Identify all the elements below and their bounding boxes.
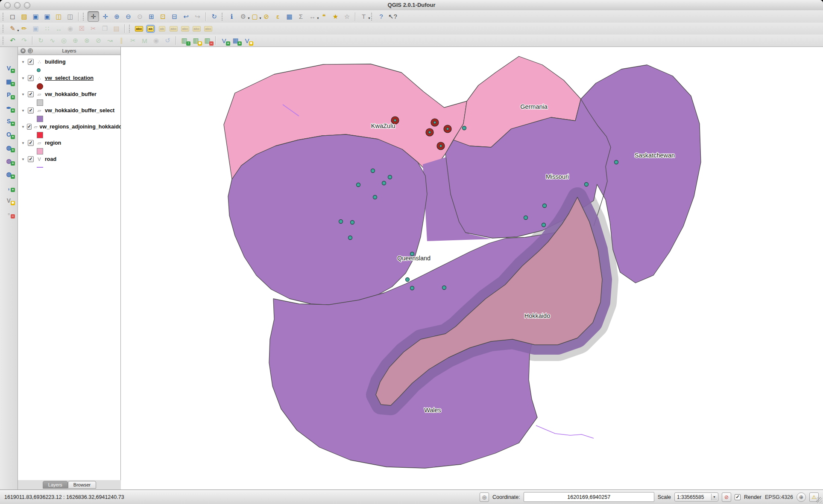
layer-name[interactable]: vw_select_location [45, 75, 94, 81]
layer-expand-icon[interactable]: ▼ [21, 157, 26, 161]
add-oracle-layer-icon[interactable]: O+ [3, 129, 14, 139]
layer-expand-icon[interactable]: ▼ [21, 109, 26, 113]
add-wms-layer-icon[interactable]: ◍+ [3, 143, 14, 152]
select-by-expression-icon[interactable]: ε [272, 12, 283, 21]
scale-dropdown-icon[interactable]: ▼ [711, 494, 717, 500]
measure-icon[interactable]: ↔▼ [307, 12, 318, 21]
whats-this-icon[interactable]: ↖? [387, 12, 398, 21]
add-wfs-layer-icon[interactable]: ◍+ [3, 169, 14, 179]
zoom-full-extent-icon[interactable]: ⊞ [146, 12, 157, 21]
new-shapefile-layer-icon[interactable]: V✱ [3, 195, 14, 205]
layer-name[interactable]: vw_regions_adjoining_hokkaido [40, 124, 122, 130]
layer-expand-icon[interactable]: ▼ [21, 76, 26, 80]
layer-expand-icon[interactable]: ▼ [21, 93, 26, 96]
layer-expand-icon[interactable]: ▼ [21, 141, 26, 145]
map-canvas[interactable]: KwaZuluGermaniaSaskatchewanMissouriQueen… [121, 47, 823, 489]
add-vector-layer-icon[interactable]: V+ [3, 63, 14, 73]
check-geometry-validity-icon[interactable]: V+ [219, 36, 229, 46]
resize-grip[interactable] [816, 497, 822, 503]
open-project-icon[interactable]: ▨ [19, 12, 29, 21]
layer-item-vw_regions_adjoining_hokkaido[interactable]: ▼✓▱vw_regions_adjoining_hokkaido [18, 122, 120, 131]
help-contents-icon[interactable]: ? [376, 12, 387, 21]
labeling-options-icon[interactable]: abc [134, 24, 144, 34]
zoom-to-layer-icon[interactable]: ⊟ [169, 12, 180, 21]
layer-item-vw_hokkaido_buffer[interactable]: ▼✓▱vw_hokkaido_buffer [18, 90, 120, 99]
select-features-icon[interactable]: ▢▼ [249, 12, 260, 21]
zoom-in-icon[interactable]: ⊕ [111, 12, 122, 21]
zoom-to-selection-icon[interactable]: ⊡ [158, 12, 168, 21]
field-calculator-icon[interactable]: Σ [296, 12, 306, 21]
toolbar-grip[interactable] [371, 13, 374, 20]
panel-tab-browser[interactable]: Browser [68, 481, 96, 489]
add-raster-layer-icon[interactable]: ▦+ [3, 76, 14, 86]
toolbar-grip[interactable] [3, 25, 5, 32]
toggle-editing-icon[interactable]: ✏ [19, 24, 29, 34]
panel-float-icon[interactable]: ❏ [28, 48, 33, 53]
new-print-composer-icon[interactable]: ◫ [53, 12, 64, 21]
save-project-icon[interactable]: ▣ [30, 12, 41, 21]
new-bookmark-icon[interactable]: ★ [330, 12, 341, 21]
layer-expand-icon[interactable]: ▼ [21, 125, 25, 129]
save-project-as-icon[interactable]: ▣ [42, 12, 53, 21]
toolbar-grip[interactable] [222, 13, 224, 20]
refresh-map-icon[interactable]: ↻ [209, 12, 220, 21]
offline-editing-convert-icon[interactable]: ▥↑ [179, 36, 190, 46]
toolbar-grip[interactable] [3, 13, 5, 20]
zoom-out-icon[interactable]: ⊖ [123, 12, 134, 21]
toolbar-grip[interactable] [3, 37, 5, 44]
text-annotation-icon[interactable]: T▼ [358, 12, 369, 21]
remove-layer-icon[interactable]: ▫− [3, 209, 14, 218]
layer-name[interactable]: road [45, 156, 56, 162]
identify-features-icon[interactable]: ℹ [226, 12, 237, 21]
layer-expand-icon[interactable]: ▼ [21, 60, 26, 64]
layer-name[interactable]: vw_hokkaido_buffer [45, 91, 97, 97]
layer-visibility-checkbox[interactable]: ✓ [28, 156, 34, 162]
offline-editing-remove-icon[interactable]: ▥− [202, 36, 213, 46]
crs-status-button[interactable]: ⊕ [797, 492, 806, 502]
layer-visibility-checkbox[interactable]: ✓ [28, 59, 34, 65]
layer-item-building[interactable]: ▼✓∴building [18, 58, 120, 66]
layer-item-region[interactable]: ▼✓▱region [18, 139, 120, 147]
panel-tab-layers[interactable]: Layers [43, 481, 68, 489]
layer-name[interactable]: building [45, 59, 66, 65]
panel-close-icon[interactable]: ✕ [21, 48, 26, 53]
raster-tool-icon[interactable]: ▦+ [230, 36, 241, 46]
add-mssql-layer-icon[interactable]: S+ [3, 116, 14, 126]
undo-icon[interactable]: ↶ [7, 36, 18, 46]
pan-to-selection-icon[interactable]: ✛ [100, 12, 111, 21]
vector-tool-icon[interactable]: V✱ [242, 36, 252, 46]
layer-name[interactable]: vw_hokkaido_buffer_select [45, 108, 114, 114]
layer-visibility-checkbox[interactable]: ✓ [28, 140, 34, 146]
layer-item-vw_select_location[interactable]: ▼✓∴vw_select_location [18, 74, 120, 82]
open-attribute-table-icon[interactable]: ▦ [284, 12, 295, 21]
map-tips-icon[interactable]: ❝ [319, 12, 329, 21]
toolbar-grip[interactable] [83, 13, 85, 20]
layer-item-vw_hokkaido_buffer_select[interactable]: ▼✓▱vw_hokkaido_buffer_select [18, 106, 120, 115]
run-feature-action-icon[interactable]: ⚙▼ [238, 12, 249, 21]
render-checkbox[interactable]: ✓ [735, 494, 741, 500]
composer-manager-icon[interactable]: ◫ [65, 12, 76, 21]
offline-editing-sync-icon[interactable]: ▥✱ [190, 36, 201, 46]
show-bookmarks-icon[interactable]: ☆ [342, 12, 352, 21]
layer-name[interactable]: region [45, 140, 61, 146]
layer-item-road[interactable]: ▼✓Vroad [18, 155, 120, 163]
layer-visibility-checkbox[interactable]: ✓ [28, 108, 34, 114]
add-wcs-layer-icon[interactable]: ◍+ [3, 156, 14, 166]
pin-unpin-labels-icon[interactable]: ab [145, 24, 156, 34]
stop-rendering-icon[interactable]: ⊘ [722, 492, 731, 502]
layer-visibility-checkbox[interactable]: ✓ [27, 124, 32, 130]
toggle-extents-mouse-icon[interactable]: ◎ [480, 492, 489, 502]
deselect-features-icon[interactable]: ⊘ [261, 12, 272, 21]
coordinate-input[interactable] [524, 492, 654, 502]
pan-map-icon[interactable]: ✛ [88, 11, 99, 22]
add-delimited-text-layer-icon[interactable]: ,+ [3, 182, 14, 192]
current-edits-icon[interactable]: ✎▼ [7, 24, 18, 34]
layer-visibility-checkbox[interactable]: ✓ [28, 91, 34, 97]
scale-combo[interactable]: 1:33565585 ▼ [674, 492, 718, 501]
new-project-icon[interactable]: ◻ [7, 12, 18, 21]
dropdown-arrow-icon[interactable]: ▼ [368, 17, 371, 20]
add-postgis-layer-icon[interactable]: P+ [3, 90, 14, 99]
add-spatialite-layer-icon[interactable]: ✒+ [3, 103, 14, 113]
zoom-last-icon[interactable]: ↩ [181, 12, 191, 21]
toolbar-grip[interactable] [129, 25, 132, 32]
